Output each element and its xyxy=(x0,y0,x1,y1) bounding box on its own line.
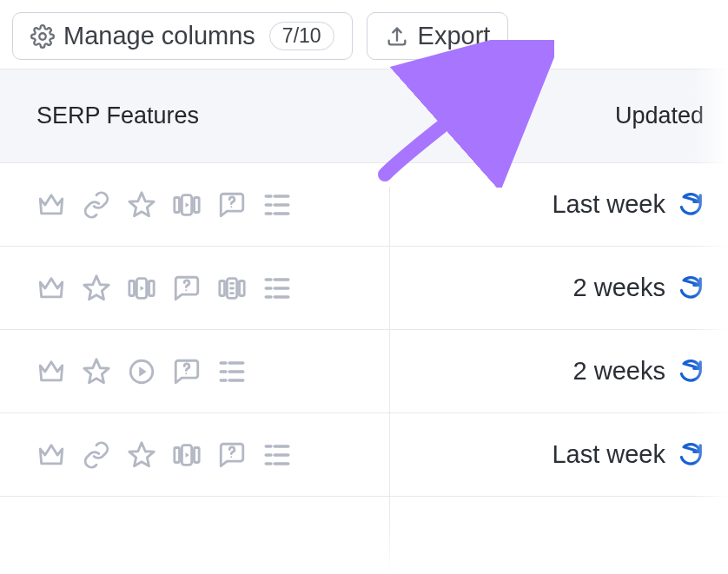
column-header-updated[interactable]: Updated xyxy=(443,102,704,129)
svg-marker-14 xyxy=(84,275,109,299)
crown-icon[interactable] xyxy=(36,440,66,470)
svg-rect-15 xyxy=(129,280,135,295)
svg-point-47 xyxy=(230,456,232,458)
serp-features-cell xyxy=(36,440,443,470)
svg-rect-25 xyxy=(240,280,245,295)
faq-icon[interactable] xyxy=(172,274,202,303)
updated-text: Last week xyxy=(552,440,665,469)
manage-columns-label: Manage columns xyxy=(63,22,255,50)
star-icon[interactable] xyxy=(127,440,156,470)
table-body: Last week 2 weeks 2 weeks xyxy=(0,163,728,497)
gear-icon xyxy=(30,24,55,49)
updated-text: 2 weeks xyxy=(573,357,665,386)
export-label: Export xyxy=(418,22,491,50)
refresh-icon[interactable] xyxy=(678,192,704,218)
serp-features-cell xyxy=(36,357,443,386)
table-header: SERP Features Updated xyxy=(0,69,728,163)
updated-cell: 2 weeks xyxy=(443,274,704,302)
svg-rect-46 xyxy=(195,447,200,462)
link-icon[interactable] xyxy=(82,440,111,470)
list-icon[interactable] xyxy=(262,274,292,303)
refresh-icon[interactable] xyxy=(678,359,704,385)
toolbar: Manage columns 7/10 Export xyxy=(0,0,728,69)
svg-point-35 xyxy=(185,373,187,374)
video-carousel-icon[interactable] xyxy=(127,274,156,303)
list-icon[interactable] xyxy=(262,440,292,470)
table-row: 2 weeks xyxy=(0,330,728,413)
crown-icon[interactable] xyxy=(36,190,66,220)
svg-marker-34 xyxy=(139,366,147,376)
svg-marker-17 xyxy=(141,286,144,291)
svg-point-19 xyxy=(185,289,187,291)
svg-point-0 xyxy=(39,33,45,39)
updated-cell: Last week xyxy=(443,440,704,469)
knowledge-panel-icon[interactable] xyxy=(217,274,247,303)
manage-columns-button[interactable]: Manage columns 7/10 xyxy=(12,12,353,60)
svg-point-7 xyxy=(230,206,232,208)
refresh-icon[interactable] xyxy=(678,275,704,301)
star-icon[interactable] xyxy=(82,357,111,386)
svg-marker-32 xyxy=(84,359,109,382)
serp-features-cell xyxy=(36,190,443,220)
column-count-badge: 7/10 xyxy=(269,22,334,50)
updated-text: 2 weeks xyxy=(573,274,665,302)
video-icon[interactable] xyxy=(127,357,156,386)
star-icon[interactable] xyxy=(127,190,156,220)
svg-marker-2 xyxy=(129,192,154,215)
crown-icon[interactable] xyxy=(36,274,66,303)
svg-rect-20 xyxy=(220,280,225,295)
table-row: Last week xyxy=(0,413,728,497)
list-icon[interactable] xyxy=(217,357,247,386)
faq-icon[interactable] xyxy=(217,190,247,220)
faq-icon[interactable] xyxy=(217,440,247,470)
updated-cell: Last week xyxy=(443,190,704,219)
refresh-icon[interactable] xyxy=(678,442,704,468)
faq-icon[interactable] xyxy=(172,357,202,386)
updated-text: Last week xyxy=(552,190,665,219)
column-divider xyxy=(389,187,390,574)
column-header-serp-features[interactable]: SERP Features xyxy=(36,102,443,129)
video-carousel-icon[interactable] xyxy=(172,190,202,220)
star-icon[interactable] xyxy=(82,274,111,303)
svg-marker-5 xyxy=(186,202,189,208)
link-icon[interactable] xyxy=(82,190,111,220)
export-button[interactable]: Export xyxy=(367,12,509,60)
bottom-fade-overlay xyxy=(0,513,728,574)
export-icon xyxy=(385,24,409,49)
svg-rect-6 xyxy=(195,197,200,212)
svg-marker-42 xyxy=(129,442,154,465)
table-row: 2 weeks xyxy=(0,247,728,330)
table-row: Last week xyxy=(0,163,728,247)
serp-features-cell xyxy=(36,274,443,303)
video-carousel-icon[interactable] xyxy=(172,440,202,470)
crown-icon[interactable] xyxy=(36,357,66,386)
list-icon[interactable] xyxy=(262,190,292,220)
svg-rect-18 xyxy=(149,280,155,295)
svg-rect-3 xyxy=(175,197,180,212)
updated-cell: 2 weeks xyxy=(443,357,704,386)
svg-rect-43 xyxy=(175,447,180,462)
svg-marker-45 xyxy=(186,452,189,458)
